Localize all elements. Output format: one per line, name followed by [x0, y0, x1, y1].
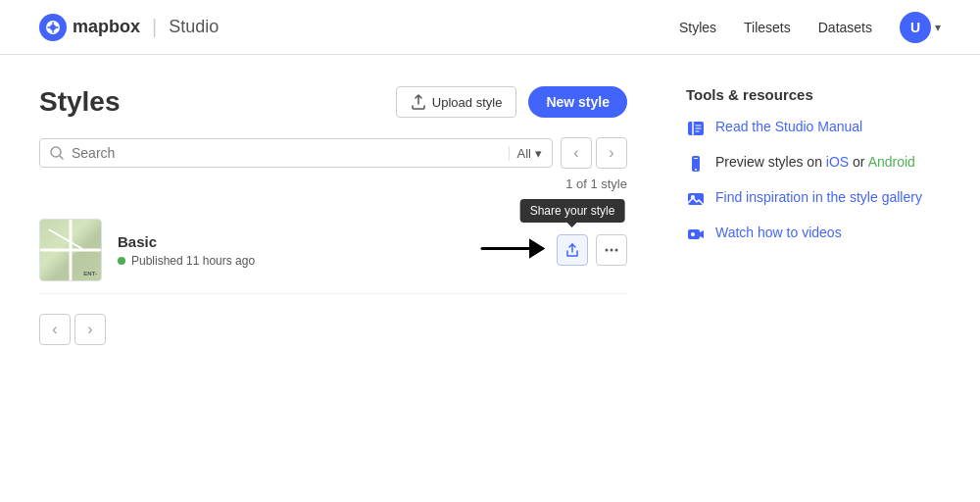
share-button-container: Share your style	[557, 234, 588, 266]
svg-point-5	[615, 249, 618, 252]
bottom-prev-button[interactable]: ‹	[39, 314, 71, 345]
image-icon	[686, 189, 706, 209]
header-studio-text: Studio	[169, 17, 219, 37]
style-name: Basic	[118, 233, 557, 250]
search-row: All ▾ ‹ ›	[39, 137, 627, 169]
avatar-button[interactable]: U ▾	[900, 12, 941, 43]
resource-item-manual: Read the Studio Manual	[686, 119, 941, 138]
next-page-button[interactable]: ›	[596, 137, 627, 169]
resource-item-videos: Watch how to videos	[686, 225, 941, 244]
right-panel: Tools & resources Read the Studio Manual…	[686, 86, 941, 345]
style-card-area: ENT- Basic Published 11 hours ago	[39, 207, 627, 294]
svg-point-1	[50, 25, 56, 30]
nav-tilesets[interactable]: Tilesets	[744, 20, 791, 35]
header: mapbox | Studio Styles Tilesets Datasets…	[0, 0, 980, 55]
search-filter[interactable]: All ▾	[509, 146, 542, 161]
svg-point-8	[695, 169, 697, 171]
filter-chevron-icon: ▾	[535, 146, 542, 161]
share-icon	[564, 242, 580, 258]
style-actions: Share your style	[557, 234, 627, 266]
upload-icon	[411, 94, 426, 110]
bottom-next-button[interactable]: ›	[74, 314, 106, 345]
page-title: Styles	[39, 86, 121, 118]
header-nav: Styles Tilesets Datasets U ▾	[679, 12, 941, 43]
prev-page-button[interactable]: ‹	[561, 137, 592, 169]
studio-manual-link[interactable]: Read the Studio Manual	[715, 119, 862, 134]
resource-item-gallery: Find inspiration in the style gallery	[686, 189, 941, 209]
tools-title: Tools & resources	[686, 86, 941, 103]
avatar-initial: U	[910, 20, 920, 35]
left-panel: Styles Upload style New style All ▾	[39, 86, 627, 345]
preview-or: or	[853, 154, 868, 170]
new-style-button[interactable]: New style	[528, 86, 627, 118]
ellipsis-icon	[604, 242, 619, 258]
upload-style-label: Upload style	[432, 95, 503, 110]
resource-item-preview: Preview styles on iOS or Android	[686, 154, 941, 174]
android-link[interactable]: Android	[868, 154, 915, 170]
svg-point-3	[606, 249, 609, 252]
map-road-diagonal	[48, 228, 83, 250]
mapbox-logo-icon	[39, 14, 67, 41]
chevron-down-icon: ▾	[935, 21, 941, 34]
map-label: ENT-	[83, 271, 97, 276]
book-icon	[686, 119, 706, 138]
video-icon	[686, 225, 706, 244]
style-thumbnail: ENT-	[39, 219, 102, 281]
map-road-vertical	[70, 220, 73, 280]
preview-prefix: Preview styles on	[715, 154, 826, 170]
search-container: All ▾	[39, 138, 553, 168]
pagination-info: 1 of 1 style	[39, 176, 627, 191]
more-options-button[interactable]	[596, 234, 627, 266]
status-text: Published 11 hours ago	[131, 254, 255, 268]
style-status: Published 11 hours ago	[118, 254, 557, 268]
svg-point-4	[611, 249, 613, 252]
svg-point-13	[691, 232, 695, 236]
preview-text: Preview styles on iOS or Android	[715, 154, 915, 170]
logo: mapbox	[39, 14, 140, 41]
style-info: Basic Published 11 hours ago	[118, 233, 557, 268]
bottom-pagination: ‹ ›	[39, 314, 627, 345]
share-style-button[interactable]	[557, 234, 588, 266]
header-divider: |	[152, 16, 157, 38]
search-icon	[50, 146, 64, 160]
header-left: mapbox | Studio	[39, 14, 219, 41]
map-preview: ENT-	[40, 220, 101, 280]
search-input[interactable]	[72, 145, 509, 161]
avatar: U	[900, 12, 931, 43]
main-content: Styles Upload style New style All ▾	[0, 55, 980, 376]
gallery-link[interactable]: Find inspiration in the style gallery	[715, 189, 922, 205]
filter-label: All	[517, 146, 531, 161]
logo-mapbox-text: mapbox	[73, 17, 140, 37]
upload-style-button[interactable]: Upload style	[396, 86, 517, 118]
status-dot-icon	[118, 257, 125, 265]
svg-rect-9	[694, 158, 698, 159]
style-card: ENT- Basic Published 11 hours ago	[39, 207, 627, 294]
nav-styles[interactable]: Styles	[679, 20, 716, 35]
ios-link[interactable]: iOS	[826, 154, 849, 170]
phone-icon	[686, 154, 706, 174]
pagination-arrows: ‹ ›	[561, 137, 627, 169]
share-tooltip: Share your style	[520, 199, 625, 223]
title-row: Styles Upload style New style	[39, 86, 627, 118]
videos-link[interactable]: Watch how to videos	[715, 225, 842, 240]
nav-datasets[interactable]: Datasets	[818, 20, 872, 35]
